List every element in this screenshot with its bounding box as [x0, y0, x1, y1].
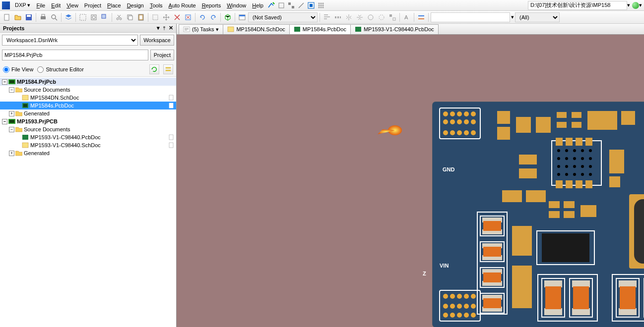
3d-icon[interactable] — [223, 12, 233, 22]
tree-generated-2[interactable]: + Generated — [0, 149, 176, 157]
tree-generated-1[interactable]: + Generated — [0, 109, 176, 117]
save-icon[interactable] — [24, 12, 34, 22]
configure-icon[interactable] — [416, 12, 426, 22]
svg-rect-184 — [564, 211, 575, 218]
preview-icon[interactable] — [49, 12, 59, 22]
menu-edit[interactable]: Edit — [48, 1, 64, 9]
panel-close-icon[interactable]: ✕ — [169, 25, 173, 31]
file-view-radio[interactable]: File View — [3, 66, 33, 73]
pcb-canvas-area[interactable]: (5) Tasks▾ MP1584DN.SchDoc MP1584s.PcbDo… — [177, 24, 644, 327]
project-tree[interactable]: − MP1584.PrjPcb − Source Documents MP158… — [0, 77, 176, 327]
svg-rect-50 — [169, 143, 173, 148]
cut-icon[interactable] — [114, 12, 124, 22]
toolbar-custom1-icon[interactable] — [266, 0, 276, 10]
tree-schdoc-2[interactable]: MP1593-V1-C98440.SchDoc — [0, 141, 176, 149]
svg-point-81 — [471, 294, 476, 299]
structure-editor-radio[interactable]: Structure Editor — [37, 66, 83, 73]
tab-pcbdoc-active[interactable]: MP1584s.PcbDoc — [289, 24, 351, 34]
svg-rect-39 — [9, 80, 14, 83]
tab-tasks[interactable]: (5) Tasks▾ — [179, 24, 223, 34]
find-similar-icon[interactable] — [387, 12, 397, 22]
menu-tools[interactable]: Tools — [147, 1, 166, 9]
dropdown-icon[interactable]: ▾ — [627, 2, 630, 8]
tree-schdoc-1[interactable]: MP1584DN.SchDoc — [0, 94, 176, 102]
tree-source-docs-1[interactable]: − Source Documents — [0, 86, 176, 94]
tree-project-2[interactable]: − MP1593.PrjPCB — [0, 117, 176, 125]
menu-window[interactable]: Window — [224, 1, 249, 9]
zoom-area-icon[interactable] — [89, 12, 99, 22]
file-path-input[interactable] — [528, 1, 627, 10]
paste-icon[interactable] — [136, 12, 146, 22]
toolbar-custom4-icon[interactable] — [296, 0, 306, 10]
svg-point-171 — [565, 173, 568, 176]
rotate-icon[interactable] — [366, 12, 376, 22]
flip-v-icon[interactable] — [355, 12, 365, 22]
text-icon[interactable]: A — [402, 12, 412, 22]
filter-all-dropdown[interactable]: (All) — [515, 12, 560, 22]
tab-pcbdoc2[interactable]: MP1593-V1-C98440.PcbDoc — [350, 24, 439, 34]
refresh-button[interactable] — [149, 64, 159, 74]
svg-rect-30 — [389, 14, 392, 17]
menu-file[interactable]: File — [33, 1, 48, 9]
svg-point-16 — [120, 18, 122, 20]
svg-rect-235 — [619, 308, 637, 315]
workspace-button[interactable]: Workspace — [140, 35, 174, 46]
tree-project-1[interactable]: − MP1584.PrjPcb — [0, 78, 176, 86]
toolbar-custom2-icon[interactable] — [276, 0, 286, 10]
undo-icon[interactable] — [197, 12, 207, 22]
new-file-icon[interactable] — [2, 12, 12, 22]
zoom-selected-icon[interactable] — [100, 12, 110, 22]
menu-view[interactable]: View — [64, 1, 81, 9]
toolbar-grid-icon[interactable] — [316, 0, 326, 10]
browse-icon[interactable] — [237, 12, 247, 22]
menu-autoroute[interactable]: Auto Route — [166, 1, 199, 9]
select-icon[interactable] — [150, 12, 160, 22]
mask-input[interactable] — [431, 12, 510, 22]
dropdown2-icon[interactable]: ▾ — [639, 2, 642, 8]
menu-place[interactable]: Place — [104, 1, 124, 9]
origin-marker-icon — [375, 120, 405, 140]
pin-icon[interactable] — [162, 26, 167, 31]
flip-h-icon[interactable] — [344, 12, 354, 22]
svg-point-63 — [457, 111, 462, 116]
move-icon[interactable] — [161, 12, 171, 22]
svg-rect-220 — [483, 298, 501, 308]
document-tabs: (5) Tasks▾ MP1584DN.SchDoc MP1584s.PcbDo… — [177, 24, 644, 35]
toolbar-custom5-icon[interactable] — [306, 0, 316, 10]
menu-reports[interactable]: Reports — [199, 1, 224, 9]
deselect-icon[interactable] — [183, 12, 193, 22]
zoom-fit-icon[interactable] — [78, 12, 88, 22]
redo-icon[interactable] — [208, 12, 218, 22]
panel-menu-icon[interactable]: ▾ — [157, 25, 160, 31]
print-icon[interactable] — [38, 12, 48, 22]
tab-schdoc[interactable]: MP1584DN.SchDoc — [223, 24, 289, 34]
svg-point-160 — [557, 157, 560, 160]
rotate2-icon[interactable] — [377, 12, 386, 22]
align-icon[interactable] — [322, 12, 332, 22]
mask-dropdown-icon[interactable]: ▾ — [511, 14, 514, 20]
toolbar-custom3-icon[interactable] — [286, 0, 296, 10]
svg-point-35 — [163, 26, 165, 28]
menu-design[interactable]: Design — [124, 1, 147, 9]
tree-pcbdoc-2[interactable]: MP1593-V1-C98440.PcbDoc — [0, 133, 176, 141]
pcb-3d-view[interactable]: GND GND VIN V+ — [433, 102, 644, 327]
project-button[interactable]: Project — [150, 50, 174, 60]
saved-dropdown[interactable]: (Not Saved) — [248, 12, 318, 22]
svg-rect-236 — [620, 286, 636, 309]
snap-icon[interactable] — [172, 12, 182, 22]
workspace-select[interactable]: Workspace1.DsnWrk — [2, 35, 138, 46]
menu-project[interactable]: Project — [81, 1, 104, 9]
svg-point-169 — [589, 165, 592, 168]
copy-icon[interactable] — [125, 12, 135, 22]
config-button[interactable] — [163, 64, 173, 74]
distribute-icon[interactable] — [333, 12, 343, 22]
svg-point-84 — [457, 304, 462, 309]
tree-pcbdoc-1[interactable]: MP1584s.PcbDoc — [0, 102, 176, 109]
menu-dxp[interactable]: DXP ▾ — [12, 1, 33, 9]
project-input[interactable] — [2, 50, 148, 60]
svg-rect-145 — [621, 111, 635, 125]
menu-help[interactable]: Help — [249, 1, 266, 9]
tree-source-docs-2[interactable]: − Source Documents — [0, 125, 176, 133]
open-icon[interactable] — [13, 12, 23, 22]
layers-icon[interactable] — [64, 12, 73, 22]
